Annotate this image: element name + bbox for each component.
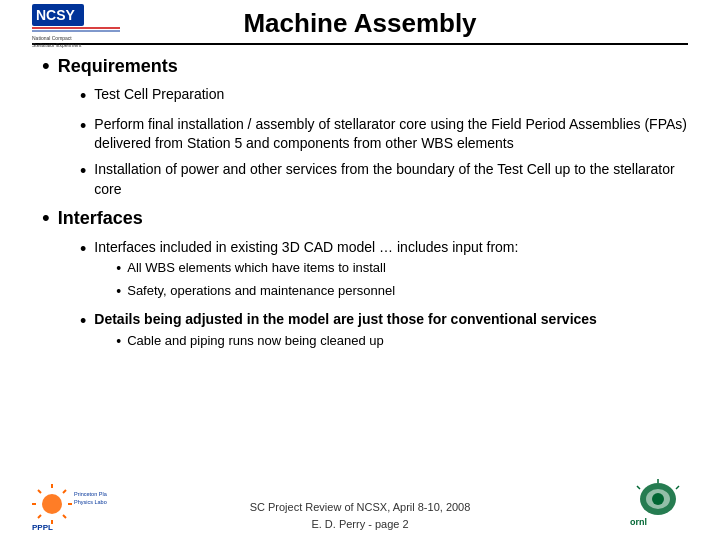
header: NCSY National Compact Stellarator Experi… — [32, 0, 688, 45]
sub-sub-text: All WBS elements which have items to ins… — [127, 259, 386, 277]
svg-text:Princeton Plasma: Princeton Plasma — [74, 491, 107, 497]
sub-bullet-dot: • — [80, 115, 86, 138]
requirements-section: • Requirements • Test Cell Preparation •… — [42, 55, 688, 199]
sub-bullet-text-bold: Details being adjusted in the model are … — [94, 310, 597, 330]
list-item: • Details being adjusted in the model ar… — [80, 310, 688, 354]
sub-sub-bullets: • Cable and piping runs now being cleane… — [94, 332, 597, 355]
page-title: Machine Assembly — [243, 8, 476, 39]
interfaces-main-bullet: • Interfaces — [42, 207, 688, 231]
ncsx-logo: NCSY National Compact Stellarator Experi… — [32, 4, 122, 46]
sub-bullet-dot: • — [80, 160, 86, 183]
sub-bullet-dot: • — [80, 238, 86, 261]
sub-sub-text: Cable and piping runs now being cleaned … — [127, 332, 384, 350]
svg-line-23 — [676, 486, 679, 489]
sub-bullet-text: Installation of power and other services… — [94, 160, 688, 199]
footer-text: SC Project Review of NCSX, April 8-10, 2… — [250, 499, 471, 532]
list-item: • Cable and piping runs now being cleane… — [116, 332, 597, 352]
svg-point-20 — [652, 493, 664, 505]
ornl-logo-area: ornl — [628, 479, 688, 532]
svg-line-14 — [63, 515, 66, 518]
list-item: • Test Cell Preparation — [80, 85, 688, 108]
svg-point-6 — [42, 494, 62, 514]
svg-line-11 — [38, 490, 41, 493]
sub-sub-dot: • — [116, 259, 121, 279]
interfaces-section: • Interfaces • Interfaces included in ex… — [42, 207, 688, 354]
interfaces-label: Interfaces — [58, 207, 143, 230]
list-item: • All WBS elements which have items to i… — [116, 259, 518, 279]
requirements-main-bullet: • Requirements — [42, 55, 688, 79]
svg-line-13 — [38, 515, 41, 518]
pppl-logo-area: PPPL Princeton Plasma Physics Laboratory — [32, 482, 107, 532]
interfaces-sub-bullets: • Interfaces included in existing 3D CAD… — [42, 238, 688, 355]
footer: PPPL Princeton Plasma Physics Laboratory… — [0, 499, 720, 532]
svg-text:NCSY: NCSY — [36, 7, 76, 23]
sub-sub-bullets: • All WBS elements which have items to i… — [94, 259, 518, 304]
bullet-dot: • — [42, 53, 50, 79]
list-item: • Perform final installation / assembly … — [80, 115, 688, 154]
page: NCSY National Compact Stellarator Experi… — [0, 0, 720, 540]
sub-bullet-text: Test Cell Preparation — [94, 85, 224, 105]
footer-line2: E. D. Perry - page 2 — [250, 516, 471, 533]
pppl-logo: PPPL Princeton Plasma Physics Laboratory — [32, 482, 107, 532]
list-item: • Interfaces included in existing 3D CAD… — [80, 238, 688, 305]
sub-bullet-dot: • — [80, 310, 86, 333]
sub-sub-dot: • — [116, 332, 121, 352]
svg-text:ornl: ornl — [630, 517, 647, 527]
ornl-logo: ornl — [628, 479, 688, 529]
list-item: • Installation of power and other servic… — [80, 160, 688, 199]
footer-line1: SC Project Review of NCSX, April 8-10, 2… — [250, 499, 471, 516]
ncsx-logo-area: NCSY National Compact Stellarator Experi… — [32, 4, 122, 46]
content: • Requirements • Test Cell Preparation •… — [32, 45, 688, 355]
sub-bullet-dot: • — [80, 85, 86, 108]
list-item: • Safety, operations and maintenance per… — [116, 282, 518, 302]
sub-sub-dot: • — [116, 282, 121, 302]
sub-sub-text: Safety, operations and maintenance perso… — [127, 282, 395, 300]
svg-text:Physics Laboratory: Physics Laboratory — [74, 499, 107, 505]
svg-line-12 — [63, 490, 66, 493]
sub-bullet-text: Perform final installation / assembly of… — [94, 115, 688, 154]
sub-bullet-text: Interfaces included in existing 3D CAD m… — [94, 238, 518, 258]
requirements-label: Requirements — [58, 55, 178, 78]
svg-text:Stellarator Experiment: Stellarator Experiment — [32, 42, 82, 48]
svg-text:PPPL: PPPL — [32, 523, 53, 532]
requirements-sub-bullets: • Test Cell Preparation • Perform final … — [42, 85, 688, 199]
bullet-dot: • — [42, 205, 50, 231]
svg-text:National Compact: National Compact — [32, 35, 72, 41]
svg-line-22 — [637, 486, 640, 489]
